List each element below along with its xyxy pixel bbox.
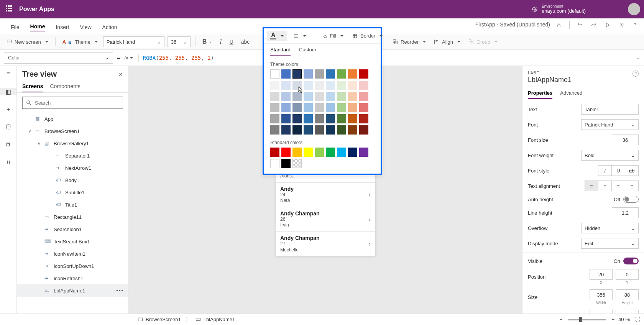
color-swatch[interactable] xyxy=(281,103,291,112)
prop-fontstyle-buttons[interactable]: I U ab xyxy=(598,165,639,176)
waffle-icon[interactable] xyxy=(6,5,13,13)
property-select[interactable]: Color⌄ xyxy=(4,52,113,64)
color-swatch[interactable] xyxy=(270,92,279,101)
tree-item-Separator1[interactable]: ─Separator1 xyxy=(17,149,128,162)
tab-properties[interactable]: Properties xyxy=(528,88,552,99)
undo-icon[interactable] xyxy=(577,21,583,28)
color-swatch[interactable] xyxy=(337,103,346,112)
color-swatch[interactable] xyxy=(326,103,335,112)
color-swatch[interactable] xyxy=(315,125,324,135)
share-icon[interactable] xyxy=(618,21,625,28)
prop-fontweight-select[interactable]: Bold⌄ xyxy=(581,150,639,161)
text-align-button[interactable] xyxy=(291,31,309,41)
color-swatch[interactable] xyxy=(348,81,357,90)
theme-button[interactable]: AaTheme xyxy=(60,38,100,46)
color-swatch[interactable] xyxy=(326,81,335,90)
tree-view-icon[interactable]: ◧ xyxy=(0,88,16,95)
advanced-icon[interactable] xyxy=(5,159,12,166)
color-swatch[interactable] xyxy=(304,81,313,90)
color-swatch[interactable] xyxy=(292,125,302,135)
media-icon[interactable] xyxy=(5,141,12,148)
new-screen-button[interactable]: New screen xyxy=(4,37,51,46)
color-swatch[interactable] xyxy=(292,103,302,112)
color-swatch[interactable] xyxy=(304,125,313,135)
tree-item-BrowseGallery1[interactable]: ∨▤BrowseGallery1 xyxy=(17,137,128,149)
color-swatch[interactable] xyxy=(348,148,357,157)
tree-item-IconNewItem1[interactable]: ➜IconNewItem1 xyxy=(17,248,128,260)
color-swatch[interactable] xyxy=(304,114,313,123)
breadcrumb-control[interactable]: LblAppName1 xyxy=(192,317,238,323)
environment-picker[interactable]: Environment enayu.com (default) xyxy=(532,4,586,14)
font-color-button[interactable]: A xyxy=(267,31,287,41)
color-swatch[interactable] xyxy=(281,125,291,135)
tree-item-SearchIcon1[interactable]: ➜SearchIcon1 xyxy=(17,223,128,235)
tree-item-Subtitle1[interactable]: 🏷Subtitle1 xyxy=(17,186,128,199)
color-swatch[interactable] xyxy=(315,114,324,123)
picker-tab-custom[interactable]: Custom xyxy=(299,47,316,56)
prop-pad-bottom[interactable]: 5 xyxy=(616,310,639,314)
tab-advanced[interactable]: Advanced xyxy=(560,88,582,99)
color-swatch[interactable] xyxy=(281,159,291,168)
prop-font-select[interactable]: Patrick Hand⌄ xyxy=(581,119,639,130)
bold-button[interactable]: B⌄ xyxy=(200,37,215,47)
align-button[interactable]: Align xyxy=(431,37,463,46)
color-swatch[interactable] xyxy=(326,148,335,157)
color-swatch[interactable] xyxy=(337,69,346,79)
color-swatch[interactable] xyxy=(359,92,368,101)
underline-toggle[interactable]: U xyxy=(611,165,625,176)
insert-icon[interactable]: ＋ xyxy=(5,106,12,113)
help-icon[interactable] xyxy=(632,21,639,28)
align-left[interactable]: ≡ xyxy=(585,181,598,191)
color-swatch[interactable] xyxy=(315,103,324,112)
color-swatch[interactable] xyxy=(292,159,302,168)
fit-icon[interactable]: ⛶ xyxy=(635,317,640,322)
align-right[interactable]: ≡ xyxy=(611,181,625,191)
tree-item-App[interactable]: ▦App xyxy=(17,113,128,125)
prop-overflow[interactable]: Hidden⌄ xyxy=(581,223,639,233)
color-swatch[interactable] xyxy=(359,69,368,79)
close-icon[interactable]: ✕ xyxy=(118,71,123,77)
zoom-slider[interactable] xyxy=(568,319,606,320)
color-swatch[interactable] xyxy=(348,69,357,79)
tree-item-IconSortUpDown1[interactable]: ➜IconSortUpDown1 xyxy=(17,260,128,272)
color-swatch[interactable] xyxy=(326,69,335,79)
color-swatch[interactable] xyxy=(270,148,279,157)
color-swatch[interactable] xyxy=(281,81,291,90)
color-swatch[interactable] xyxy=(292,69,302,79)
color-swatch[interactable] xyxy=(315,69,324,79)
color-swatch[interactable] xyxy=(292,81,302,90)
prop-lineheight[interactable]: 1.2 xyxy=(612,207,639,218)
avatar[interactable] xyxy=(628,3,640,15)
color-swatch[interactable] xyxy=(315,148,324,157)
color-swatch[interactable] xyxy=(337,81,346,90)
menu-action[interactable]: Action xyxy=(102,24,117,31)
play-icon[interactable] xyxy=(604,21,611,28)
align-center[interactable]: ≡ xyxy=(598,181,612,191)
color-swatch[interactable] xyxy=(337,92,346,101)
color-swatch[interactable] xyxy=(292,92,302,101)
color-swatch[interactable] xyxy=(337,125,346,135)
color-swatch[interactable] xyxy=(326,114,335,123)
color-swatch[interactable] xyxy=(348,92,357,101)
color-swatch[interactable] xyxy=(281,114,291,123)
fx-button[interactable]: fx xyxy=(124,55,133,61)
app-checker-icon[interactable] xyxy=(555,21,562,28)
prop-height[interactable]: 88 xyxy=(616,289,639,300)
color-swatch[interactable] xyxy=(270,103,279,112)
prop-displaymode[interactable]: Edit⌄ xyxy=(581,238,639,249)
help-icon[interactable]: ? xyxy=(632,71,639,77)
color-swatch[interactable] xyxy=(359,125,368,135)
color-swatch[interactable] xyxy=(304,69,313,79)
tree-item-Title1[interactable]: 🏷Title1 xyxy=(17,199,128,211)
color-swatch[interactable] xyxy=(304,103,313,112)
autoheight-toggle[interactable] xyxy=(623,196,639,203)
color-swatch[interactable] xyxy=(270,69,279,79)
border-button[interactable]: Border xyxy=(350,31,385,41)
tree-search-input[interactable]: Search xyxy=(22,97,123,109)
color-swatch[interactable] xyxy=(359,148,368,157)
tree-item-TextSearchBox1[interactable]: ⌨TextSearchBox1 xyxy=(17,235,128,248)
prop-y[interactable]: 0 xyxy=(616,269,639,280)
breadcrumb-screen[interactable]: BrowseScreen1 xyxy=(134,317,184,323)
color-swatch[interactable] xyxy=(292,114,302,123)
prop-fontsize-input[interactable]: 36 xyxy=(612,135,639,145)
